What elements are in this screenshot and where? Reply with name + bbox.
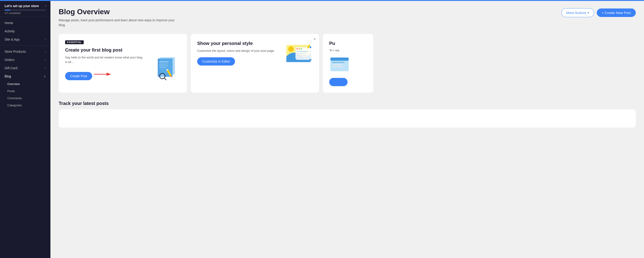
sidebar-subitem-overview[interactable]: Overview xyxy=(0,80,50,87)
customize-editor-button[interactable]: Customize in Editor xyxy=(197,57,235,65)
svg-rect-29 xyxy=(330,57,349,61)
chevron-down-icon: ▾ xyxy=(588,11,589,14)
chevron-right-icon: › xyxy=(45,38,46,41)
card1-title: Create your first blog post xyxy=(65,47,143,53)
card-create-blog-post: ESSENTIAL Create your first blog post Sa… xyxy=(59,34,187,93)
card2-text: Show your personal style Customize the l… xyxy=(197,40,282,65)
setup-header: Let's set up your store › 1/7 completed xyxy=(0,0,50,17)
chevron-right-icon: › xyxy=(45,58,46,61)
progress-bar-container xyxy=(4,10,46,10)
sidebar-divider xyxy=(0,45,50,46)
sidebar-item-site-app[interactable]: Site & App › xyxy=(0,35,50,43)
svg-point-17 xyxy=(296,48,298,49)
svg-rect-31 xyxy=(332,64,342,65)
page-title: Blog Overview xyxy=(59,7,178,16)
page-header: Blog Overview Manage posts, track post p… xyxy=(59,7,178,27)
top-actions: More Actions ▾ + Create New Post xyxy=(562,8,636,17)
main-content: Blog Overview Manage posts, track post p… xyxy=(50,0,644,258)
svg-rect-22 xyxy=(297,55,307,56)
svg-point-18 xyxy=(298,48,300,49)
track-posts-title: Track your latest posts xyxy=(59,101,636,106)
sidebar-subitem-comments[interactable]: Comments xyxy=(0,95,50,102)
card-partial: Pu To r rea xyxy=(323,34,373,93)
track-posts-section: Track your latest posts xyxy=(59,101,636,128)
svg-point-15 xyxy=(288,46,294,52)
svg-rect-21 xyxy=(297,53,306,54)
svg-point-26 xyxy=(294,59,296,61)
card3-desc: To r rea xyxy=(329,48,367,53)
top-accent-bar xyxy=(0,0,644,1)
sidebar-item-blog[interactable]: Blog ∧ xyxy=(0,72,50,80)
chevron-up-icon: ∧ xyxy=(44,75,46,78)
sidebar-item-gift-card[interactable]: Gift Card › xyxy=(0,64,50,72)
red-arrow-icon xyxy=(94,71,112,78)
chevron-right-icon: › xyxy=(45,50,46,53)
svg-rect-7 xyxy=(160,57,175,74)
svg-line-12 xyxy=(164,78,166,80)
svg-point-13 xyxy=(160,74,164,78)
progress-bar-fill xyxy=(4,10,10,10)
sidebar-subitem-categories[interactable]: Categories xyxy=(0,102,50,109)
feature-cards-row: ESSENTIAL Create your first blog post Sa… xyxy=(59,34,636,93)
card2-title: Show your personal style xyxy=(197,40,275,46)
sidebar-item-activity[interactable]: Activity xyxy=(0,27,50,35)
card1-desc: Say hello to the world and let readers k… xyxy=(65,55,143,64)
card2-content: Show your personal style Customize the l… xyxy=(197,40,313,65)
card-personal-style: × Show your personal style Customize the… xyxy=(191,34,319,93)
card3-illustration xyxy=(329,56,367,76)
sidebar-item-orders[interactable]: Orders › xyxy=(0,56,50,64)
setup-title[interactable]: Let's set up your store › xyxy=(4,4,46,8)
chevron-right-icon: › xyxy=(45,4,46,7)
card3-button-partial xyxy=(329,78,348,86)
card1-text: Create your first blog post Say hello to… xyxy=(65,47,150,80)
svg-marker-1 xyxy=(106,73,111,76)
top-bar: Blog Overview Manage posts, track post p… xyxy=(59,7,636,27)
svg-rect-23 xyxy=(297,57,305,58)
sidebar-nav: Home Activity Site & App › Store Product… xyxy=(0,17,50,258)
svg-point-19 xyxy=(300,48,302,49)
sidebar-item-home[interactable]: Home xyxy=(0,19,50,27)
essential-badge: ESSENTIAL xyxy=(65,40,84,44)
svg-point-24 xyxy=(310,46,311,48)
sidebar: Let's set up your store › 1/7 completed … xyxy=(0,0,50,258)
svg-point-25 xyxy=(310,59,311,61)
card2-illustration xyxy=(285,43,313,65)
progress-text: 1/7 completed xyxy=(4,12,46,14)
page-subtitle: Manage posts, track post performance and… xyxy=(59,18,178,27)
svg-rect-20 xyxy=(297,51,308,52)
create-post-button[interactable]: Create Post xyxy=(65,72,92,80)
card3-title: Pu xyxy=(329,40,367,46)
sidebar-item-store-products[interactable]: Store Products › xyxy=(0,47,50,56)
svg-rect-30 xyxy=(332,62,344,63)
card2-close-button[interactable]: × xyxy=(314,37,316,41)
card1-illustration xyxy=(153,57,181,80)
sidebar-subitem-posts[interactable]: Posts xyxy=(0,87,50,95)
track-posts-area xyxy=(59,109,636,128)
card1-content: Create your first blog post Say hello to… xyxy=(65,47,181,80)
card2-desc: Customize the layout, colors and design … xyxy=(197,48,275,53)
more-actions-button[interactable]: More Actions ▾ xyxy=(562,8,594,17)
create-new-post-button[interactable]: + Create New Post xyxy=(597,8,636,17)
chevron-right-icon: › xyxy=(45,66,46,70)
svg-rect-32 xyxy=(332,66,344,67)
